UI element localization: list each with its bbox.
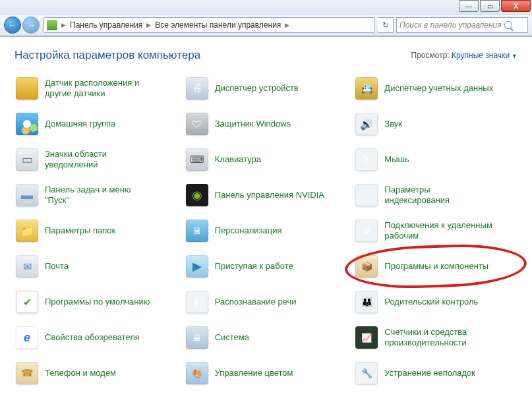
device-icon — [186, 77, 208, 100]
mouse-icon — [355, 148, 378, 171]
chevron-down-icon: ▼ — [512, 53, 517, 59]
item-label[interactable]: Клавиатура — [215, 154, 261, 165]
control-panel-item[interactable]: Устранение неполадок — [354, 359, 517, 388]
item-label[interactable]: Устранение неполадок — [384, 368, 475, 378]
item-label[interactable]: Звук — [384, 119, 402, 129]
breadcrumb-separator: ▶ — [146, 22, 151, 28]
item-label[interactable]: Датчик расположения и другие датчики — [45, 78, 157, 98]
rdp-icon — [355, 220, 378, 242]
start-icon — [186, 255, 208, 278]
maximize-icon: ▭ — [487, 3, 493, 10]
item-label[interactable]: Телефон и модем — [45, 368, 116, 378]
control-panel-item[interactable]: Распознавание речи — [185, 287, 348, 316]
forward-button[interactable]: → — [22, 16, 40, 34]
task-icon — [16, 184, 38, 206]
item-label[interactable]: Свойства обозревателя — [45, 332, 140, 343]
minimize-icon: — — [465, 3, 472, 10]
item-label[interactable]: Параметры папок — [45, 225, 115, 236]
control-panel-item[interactable]: Управление цветом — [185, 359, 348, 388]
item-label[interactable]: Диспетчер учетных данных — [384, 83, 493, 94]
control-panel-item[interactable]: Диспетчер устройств — [185, 74, 348, 103]
item-label[interactable]: Подключения к удаленным рабочим — [384, 220, 496, 241]
item-label[interactable]: Параметры индексирования — [384, 185, 496, 205]
item-label[interactable]: Панель управления NVIDIA — [215, 190, 324, 200]
search-placeholder: Поиск в панели управления — [399, 20, 502, 30]
parent-icon — [355, 291, 378, 313]
control-panel-item[interactable]: Диспетчер учетных данных — [354, 74, 517, 103]
sys-icon — [186, 326, 208, 349]
item-label[interactable]: Почта — [45, 261, 69, 272]
address-bar[interactable]: ▶ Панель управления ▶ Все элементы панел… — [44, 17, 375, 33]
page-title: Настройка параметров компьютера — [15, 49, 200, 62]
control-panel-item[interactable]: Свойства обозревателя — [15, 323, 178, 352]
item-label[interactable]: Распознавание речи — [215, 297, 297, 307]
search-icon — [504, 21, 512, 29]
view-picker[interactable]: Просмотр: Крупные значки▼ — [411, 51, 517, 60]
control-panel-item[interactable]: Подключения к удаленным рабочим — [354, 216, 517, 245]
mail-icon — [16, 255, 38, 278]
close-icon: X — [514, 3, 518, 10]
item-label[interactable]: Значки области уведомлений — [45, 149, 157, 169]
control-panel-item[interactable]: Панель управления NVIDIA — [185, 181, 348, 210]
item-label[interactable]: Счетчики и средства производительности — [384, 327, 496, 347]
view-value[interactable]: Крупные значки — [452, 51, 510, 60]
refresh-button[interactable]: ↻ — [378, 17, 394, 33]
control-panel-item[interactable]: Телефон и модем — [15, 359, 178, 388]
control-panel-item[interactable]: Родительский контроль — [354, 287, 517, 316]
ie-icon — [16, 326, 38, 349]
nvidia-icon — [186, 184, 208, 206]
item-label[interactable]: Приступая к работе — [215, 261, 293, 272]
control-panel-item[interactable]: Домашняя группа — [15, 109, 178, 138]
control-panel-item[interactable]: Программы и компоненты — [354, 252, 517, 281]
personal-icon — [186, 220, 208, 242]
notify-icon — [16, 148, 38, 171]
maximize-button[interactable]: ▭ — [480, 0, 500, 12]
item-label[interactable]: Домашняя группа — [45, 119, 115, 129]
control-panel-item[interactable]: Приступая к работе — [185, 252, 348, 281]
keyb-icon — [186, 148, 208, 171]
nav-arrows: ← → — [4, 16, 41, 34]
control-panel-item[interactable]: Защитник Windows — [185, 109, 348, 138]
item-label[interactable]: Система — [215, 332, 249, 343]
item-label[interactable]: Программы и компоненты — [384, 261, 488, 272]
item-label[interactable]: Мышь — [384, 154, 409, 165]
titlebar: — ▭ X — [0, 0, 532, 15]
control-panel-item[interactable]: Клавиатура — [185, 145, 348, 174]
breadcrumb-separator: ▶ — [285, 22, 289, 28]
page-heading-row: Настройка параметров компьютера Просмотр… — [15, 49, 517, 62]
control-panel-item[interactable]: Счетчики и средства производительности — [354, 323, 517, 352]
control-panel-item[interactable]: Значки области уведомлений — [15, 145, 178, 174]
color-icon — [186, 362, 208, 384]
control-panel-item[interactable]: Мышь — [354, 145, 517, 174]
control-panel-item[interactable]: Параметры индексирования — [354, 181, 517, 210]
breadcrumb-item[interactable]: Панель управления — [70, 20, 142, 30]
control-panel-item[interactable]: Панель задач и меню "Пуск" — [15, 181, 178, 210]
home-icon — [16, 113, 38, 135]
control-panel-item[interactable]: Персонализация — [185, 216, 348, 245]
control-panel-item[interactable]: Звук — [354, 109, 517, 138]
control-panel-item[interactable]: Программы по умолчанию — [15, 287, 178, 316]
item-label[interactable]: Диспетчер устройств — [215, 83, 299, 94]
perf-icon — [355, 326, 378, 349]
sound-icon — [355, 113, 378, 135]
prog-icon — [355, 255, 378, 278]
search-box[interactable]: Поиск в панели управления — [396, 17, 528, 33]
minimize-button[interactable]: — — [459, 0, 479, 12]
control-panel-item[interactable]: Датчик расположения и другие датчики — [15, 74, 178, 103]
close-button[interactable]: X — [501, 0, 531, 12]
trouble-icon — [355, 362, 378, 384]
item-label[interactable]: Программы по умолчанию — [45, 297, 150, 307]
item-label[interactable]: Панель задач и меню "Пуск" — [45, 185, 157, 205]
item-label[interactable]: Родительский контроль — [384, 297, 478, 307]
control-panel-item[interactable]: Система — [185, 323, 348, 352]
item-label[interactable]: Защитник Windows — [215, 119, 291, 129]
speech-icon — [186, 291, 208, 313]
control-panel-item[interactable]: Параметры папок — [15, 216, 178, 245]
back-button[interactable]: ← — [4, 16, 21, 34]
control-panel-item[interactable]: Почта — [15, 252, 178, 281]
breadcrumb-item[interactable]: Все элементы панели управления — [155, 20, 281, 30]
cred-icon — [355, 77, 378, 100]
item-label[interactable]: Персонализация — [215, 225, 282, 236]
navbar: ← → ▶ Панель управления ▶ Все элементы п… — [0, 15, 532, 37]
item-label[interactable]: Управление цветом — [215, 368, 293, 378]
